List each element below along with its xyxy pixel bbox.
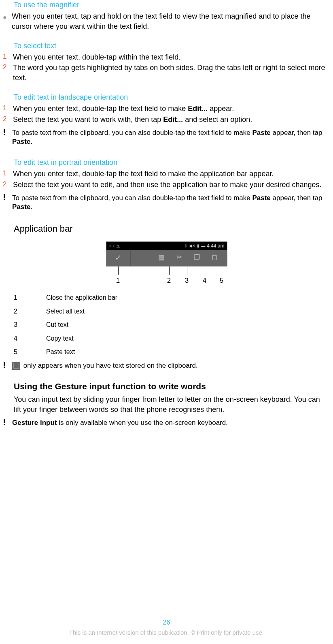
exclamation-icon: ! [3,128,7,136]
section-title-magnifier: To use the magnifier [14,0,333,10]
bold-text: Paste [12,203,30,211]
numbered-item: 1 When you enter text, double-tap within… [0,52,333,62]
status-bar: ⌂ ↓ ◬ ᛒ ◀✕ ▮ ▬ 4:44 am [106,242,227,250]
bold-text: Paste [12,138,30,145]
subheading-gesture: Using the Gesture input function to writ… [14,381,333,392]
body-text: Select the text you want to edit, and th… [13,180,329,190]
text-fragment: appear. [208,104,234,113]
text-fragment: When you enter text, double-tap the text… [13,104,188,113]
body-text: The word you tap gets highlighted by tab… [13,63,329,83]
legend-row: 3 Cut text [14,320,333,329]
legend-text: Copy text [46,334,333,343]
legend-row: 2 Select all text [14,307,333,316]
appbar-figure: ⌂ ↓ ◬ ᛒ ◀✕ ▮ ▬ 4:44 am ✓ ▦ ✂ ❐ 📋︎ [0,241,333,285]
numbered-item: 2 Select the text you want to edit, and … [0,180,333,190]
exclamation-icon: ! [3,193,7,202]
tip-text: To paste text from the clipboard, you ca… [12,194,331,211]
number-marker: 2 [3,180,7,189]
callout-number: 1 [116,276,120,286]
mute-icon: ◀✕ [189,243,195,249]
tip-text: Gesture input is only available when you… [12,418,331,427]
body-text: When you enter text, double-tap within t… [13,52,329,62]
text-fragment: and select an option. [183,115,252,124]
paste-icon: 📋︎ [206,250,224,266]
bullet-item: ● When you enter text, tap and hold on t… [0,11,333,31]
legend-number: 1 [14,293,46,302]
number-marker: 1 [3,52,7,62]
text-fragment: Select the text you want to work with, t… [13,115,163,124]
status-right: ᛒ ◀✕ ▮ ▬ 4:44 am [185,243,224,249]
numbered-item: 2 Select the text you want to work with,… [0,115,333,124]
number-marker: 1 [3,104,7,113]
legend-number: 5 [14,348,46,356]
bold-text: Paste [252,194,270,202]
signal-icon: ▮ [197,243,199,249]
tip-text: To paste text from the clipboard, you ca… [12,128,331,146]
bluetooth-icon: ᛒ [185,243,187,249]
text-fragment: To paste text from the clipboard, you ca… [12,129,252,136]
legend-number: 2 [14,307,46,316]
footer-text: This is an Internet version of this publ… [0,629,333,637]
paragraph: You can input text by sliding your finge… [14,395,329,414]
tip-item: ! To paste text from the clipboard, you … [0,194,333,211]
download-icon: ↓ [113,243,115,249]
section-title-select-text: To select text [14,41,333,51]
copy-icon: ❐ [188,250,206,266]
legend-text: Paste text [46,348,333,356]
number-marker: 1 [3,169,7,178]
callout-lines [106,267,227,276]
bullet-marker-icon: ● [3,13,7,22]
status-time: 4:44 am [207,243,224,249]
bold-text: Edit... [163,115,183,124]
number-marker: 2 [3,115,7,124]
select-all-icon: ▦ [153,250,170,266]
legend-row: 4 Copy text [14,334,333,343]
clipboard-paste-icon [12,362,20,370]
legend-text: Close the application bar [46,293,333,302]
body-text: When you enter text, tap and hold on the… [12,11,329,31]
bold-text: Gesture input [12,419,57,426]
appbar-screenshot: ⌂ ↓ ◬ ᛒ ◀✕ ▮ ▬ 4:44 am ✓ ▦ ✂ ❐ 📋︎ [106,241,227,267]
callout-number: 4 [203,276,206,286]
body-text: When you enter text, double-tap the text… [13,104,329,113]
legend-row: 5 Paste text [14,348,333,356]
callout-number: 5 [220,276,223,286]
callout-number: 3 [185,276,189,286]
tip-item: ! Gesture input is only available when y… [0,418,333,427]
legend-text: Select all text [46,307,333,316]
callout-labels: 1 2 3 4 5 [106,276,227,285]
application-toolbar: ✓ ▦ ✂ ❐ 📋︎ [106,250,227,266]
bold-text: Edit... [188,104,208,113]
legend-row: 1 Close the application bar [14,293,333,302]
battery-icon: ▬ [201,243,205,249]
callout-number: 2 [167,276,171,286]
cut-icon: ✂ [170,250,188,266]
bold-text: Paste [252,129,270,136]
numbered-item: 1 When you enter text, double-tap the te… [0,104,333,113]
legend-table: 1 Close the application bar 2 Select all… [14,293,333,356]
text-fragment: only appears when you have text stored o… [21,362,198,369]
legend-number: 4 [14,334,46,343]
text-fragment: appear, then tap [271,129,322,136]
text-fragment: appear, then tap [271,194,322,202]
page-number: 26 [0,618,333,627]
tip-text: only appears when you have text stored o… [12,361,331,370]
text-fragment: is only available when you use the on-sc… [57,419,228,426]
nav-home-icon: ⌂ [109,243,111,249]
status-left: ⌂ ↓ ◬ [109,243,120,249]
body-text: When you enter text, double-tap the text… [13,169,329,179]
exclamation-icon: ! [3,418,7,426]
close-appbar-icon: ✓ [106,250,131,266]
legend-text: Cut text [46,320,333,329]
tip-item: ! To paste text from the clipboard, you … [0,128,333,146]
text-fragment: . [30,138,32,145]
text-fragment: . [30,203,32,211]
numbered-item: 2 The word you tap gets highlighted by t… [0,63,333,83]
section-title-edit-portrait: To edit text in portrait orientation [14,158,333,167]
subheading-application-bar: Application bar [14,223,333,235]
tip-item: ! only appears when you have text stored… [0,361,333,370]
text-fragment: To paste text from the clipboard, you ca… [12,194,252,202]
number-marker: 2 [3,63,7,72]
numbered-item: 1 When you enter text, double-tap the te… [0,169,333,179]
exclamation-icon: ! [3,360,7,369]
